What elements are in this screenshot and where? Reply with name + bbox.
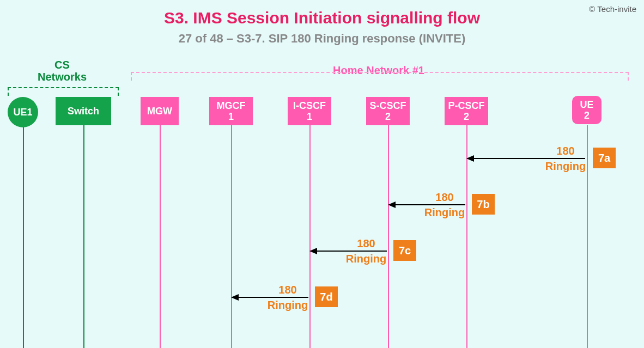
message-label-7c-top: 180: [339, 237, 393, 249]
group-bracket-cs: [8, 87, 119, 96]
participant-mgw: MGW: [141, 97, 179, 125]
sequence-area: UE1 Switch MGW MGCF1 I-CSCF1 S-CSCF2 P-C…: [0, 97, 644, 348]
participant-pcscf2: P-CSCF2: [445, 97, 488, 125]
group-bracket-home: [131, 72, 629, 81]
lifeline-scscf2: [388, 125, 389, 348]
message-label-7d-top: 180: [260, 284, 315, 296]
participant-switch: Switch: [56, 97, 111, 125]
step-badge-7a: 7a: [593, 148, 616, 168]
message-label-7b-bottom: Ringing: [417, 206, 472, 218]
participant-icscf1: I-CSCF1: [288, 97, 331, 125]
message-label-7a-top: 180: [538, 145, 593, 157]
step-badge-7c: 7c: [393, 240, 416, 261]
message-arrow-7b: [389, 204, 465, 205]
participant-ue2: UE2: [572, 96, 602, 124]
diagram-title: S3. IMS Session Initiation signalling fl…: [0, 0, 644, 27]
participant-ue1: UE1: [8, 97, 38, 127]
lifeline-icscf1: [309, 125, 311, 348]
message-label-7c-bottom: Ringing: [339, 253, 393, 265]
message-label-7d-bottom: Ringing: [260, 299, 315, 311]
step-badge-7b: 7b: [472, 194, 495, 215]
message-label-7b-top: 180: [417, 191, 472, 203]
participant-scscf2: S-CSCF2: [366, 97, 410, 125]
lifeline-switch: [83, 125, 84, 348]
copyright-text: © Tech-invite: [589, 4, 636, 14]
participant-mgcf1: MGCF1: [209, 97, 253, 125]
lifeline-mgcf1: [231, 125, 232, 348]
lifeline-ue2: [587, 125, 588, 348]
message-arrow-7c: [311, 251, 387, 252]
step-badge-7d: 7d: [315, 286, 338, 307]
message-arrow-7a: [467, 158, 585, 159]
diagram-subtitle: 27 of 48 – S3-7. SIP 180 Ringing respons…: [0, 27, 644, 46]
lifeline-mgw: [160, 125, 161, 348]
message-label-7a-bottom: Ringing: [538, 160, 593, 172]
lifeline-ue1: [23, 125, 24, 348]
group-label-cs: CSNetworks: [8, 59, 117, 83]
message-arrow-7d: [232, 297, 308, 298]
